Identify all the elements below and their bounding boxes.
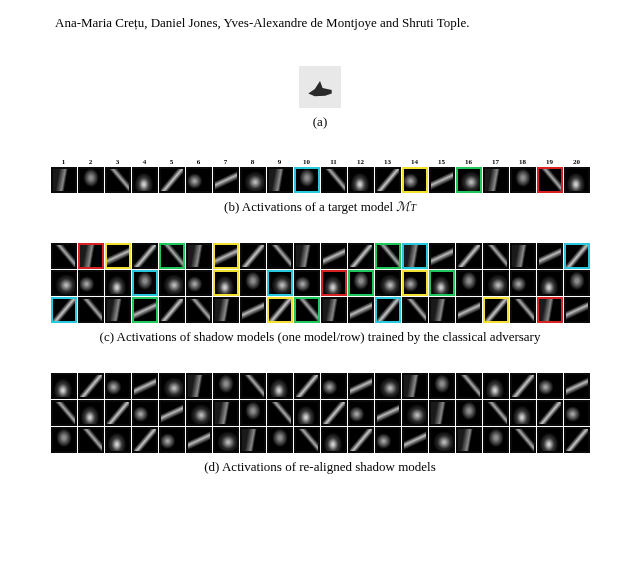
activation-texture bbox=[431, 402, 453, 424]
column-number: 4 bbox=[143, 158, 147, 166]
activation-texture bbox=[296, 429, 318, 451]
activation-texture bbox=[404, 245, 426, 267]
activation-texture bbox=[242, 402, 264, 424]
activation-texture bbox=[215, 299, 237, 321]
activation-texture bbox=[161, 169, 183, 191]
activation-texture bbox=[80, 169, 102, 191]
activation-col: 11 bbox=[321, 158, 347, 193]
activation-texture bbox=[350, 169, 372, 191]
column-number: 10 bbox=[303, 158, 310, 166]
activation-texture bbox=[80, 375, 102, 397]
activation-texture bbox=[512, 375, 534, 397]
activation-cell bbox=[267, 167, 293, 193]
activation-cell bbox=[537, 270, 563, 296]
activation-texture bbox=[161, 272, 183, 294]
activation-cell bbox=[159, 427, 185, 453]
activation-texture bbox=[539, 402, 561, 424]
activation-cell bbox=[348, 373, 374, 399]
column-number: 2 bbox=[89, 158, 93, 166]
activation-texture bbox=[215, 272, 237, 294]
activation-cell bbox=[267, 400, 293, 426]
activation-texture bbox=[458, 299, 480, 321]
activation-texture bbox=[296, 169, 318, 191]
activation-cell bbox=[321, 167, 347, 193]
activation-texture bbox=[350, 245, 372, 267]
activation-texture bbox=[107, 429, 129, 451]
activation-cell bbox=[78, 270, 104, 296]
activation-cell bbox=[186, 270, 212, 296]
activation-cell bbox=[132, 373, 158, 399]
activation-texture bbox=[296, 299, 318, 321]
activation-cell bbox=[537, 427, 563, 453]
activation-cell bbox=[375, 427, 401, 453]
activation-cell bbox=[429, 243, 455, 269]
activation-texture bbox=[377, 429, 399, 451]
activation-texture bbox=[431, 272, 453, 294]
column-number: 8 bbox=[251, 158, 255, 166]
activation-texture bbox=[296, 375, 318, 397]
activation-cell bbox=[240, 400, 266, 426]
activation-cell bbox=[240, 270, 266, 296]
activation-texture bbox=[539, 245, 561, 267]
activation-cell bbox=[483, 270, 509, 296]
activation-cell bbox=[240, 373, 266, 399]
activation-texture bbox=[134, 245, 156, 267]
activation-col: 18 bbox=[510, 158, 536, 193]
activation-cell bbox=[321, 243, 347, 269]
activation-texture bbox=[485, 272, 507, 294]
activation-texture bbox=[161, 429, 183, 451]
activation-cell bbox=[159, 297, 185, 323]
activation-texture bbox=[134, 169, 156, 191]
activation-texture bbox=[512, 402, 534, 424]
activation-col: 3 bbox=[105, 158, 131, 193]
activation-texture bbox=[377, 272, 399, 294]
activation-texture bbox=[566, 169, 588, 191]
activation-texture bbox=[53, 402, 75, 424]
activation-row bbox=[25, 400, 615, 426]
activation-texture bbox=[215, 375, 237, 397]
activation-texture bbox=[242, 299, 264, 321]
activation-cell bbox=[213, 243, 239, 269]
activation-texture bbox=[323, 245, 345, 267]
activation-texture bbox=[296, 245, 318, 267]
activation-texture bbox=[566, 299, 588, 321]
activation-texture bbox=[512, 245, 534, 267]
activation-texture bbox=[539, 375, 561, 397]
activation-cell bbox=[402, 427, 428, 453]
activation-texture bbox=[566, 245, 588, 267]
activation-texture bbox=[539, 299, 561, 321]
activation-cell bbox=[51, 427, 77, 453]
activation-texture bbox=[512, 272, 534, 294]
activation-texture bbox=[53, 169, 75, 191]
activation-cell bbox=[51, 297, 77, 323]
activation-texture bbox=[458, 375, 480, 397]
activation-cell bbox=[132, 297, 158, 323]
activation-cell bbox=[483, 373, 509, 399]
activation-cell bbox=[564, 243, 590, 269]
activation-cell bbox=[213, 270, 239, 296]
activation-cell bbox=[78, 167, 104, 193]
activation-cell bbox=[537, 373, 563, 399]
activation-cell bbox=[213, 400, 239, 426]
activation-texture bbox=[350, 402, 372, 424]
activation-cell bbox=[402, 167, 428, 193]
subfigure-b: 1234567891011121314151617181920 (b) Acti… bbox=[25, 158, 615, 215]
activation-cell bbox=[537, 167, 563, 193]
activation-texture bbox=[269, 169, 291, 191]
activation-texture bbox=[404, 169, 426, 191]
activation-cell bbox=[348, 400, 374, 426]
activation-texture bbox=[566, 402, 588, 424]
caption-b-symbol: ℳ bbox=[396, 199, 410, 214]
activation-texture bbox=[539, 169, 561, 191]
column-number: 17 bbox=[492, 158, 499, 166]
activation-cell bbox=[132, 400, 158, 426]
activation-texture bbox=[188, 402, 210, 424]
activation-texture bbox=[566, 375, 588, 397]
activation-cell bbox=[105, 373, 131, 399]
subfigure-a: (a) bbox=[25, 66, 615, 130]
activation-texture bbox=[350, 272, 372, 294]
activation-row bbox=[25, 427, 615, 453]
activation-texture bbox=[404, 402, 426, 424]
activation-texture bbox=[134, 272, 156, 294]
activation-cell bbox=[456, 270, 482, 296]
